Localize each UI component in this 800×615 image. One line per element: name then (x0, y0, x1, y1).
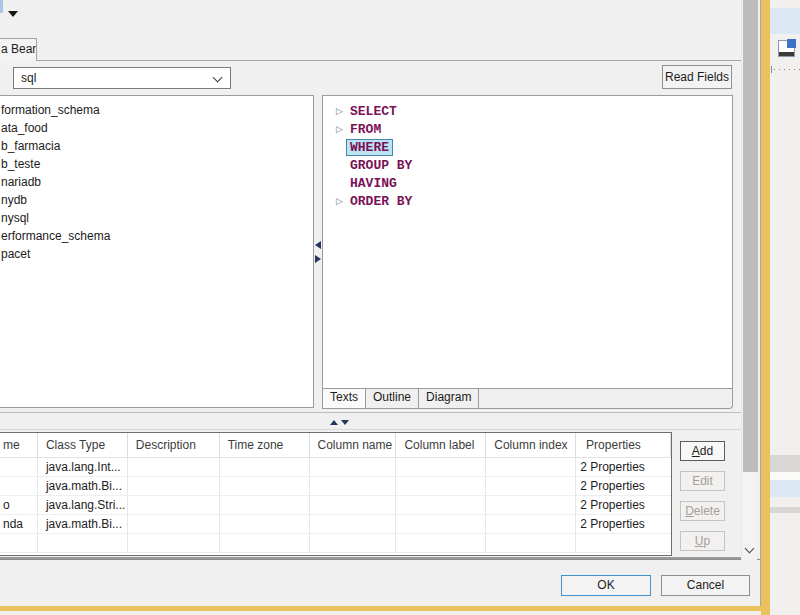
clipped-toolbar-icon (0, 0, 3, 13)
add-button[interactable]: Add (680, 441, 725, 461)
cancel-button[interactable]: Cancel (661, 575, 750, 596)
table-row[interactable]: nda java.math.Bi... 2 Properties (0, 515, 671, 534)
horizontal-sash-line (0, 429, 757, 430)
ok-button[interactable]: OK (561, 575, 651, 596)
tree-row-from[interactable]: FROM (323, 120, 732, 138)
background-app-strip (770, 0, 800, 615)
horizontal-sash-line (0, 412, 757, 413)
tree-row-order-by[interactable]: ORDER BY (323, 192, 732, 210)
expand-triangle-icon[interactable] (336, 124, 346, 134)
col-header-time-zone[interactable]: Time zone (220, 433, 310, 458)
col-header-column-label[interactable]: Column label (396, 433, 486, 458)
tree-label: HAVING (350, 176, 397, 191)
sash-up-icon[interactable] (330, 420, 338, 425)
sash-collapse-left-icon[interactable] (315, 241, 321, 249)
col-header-properties[interactable]: Properties (576, 433, 671, 458)
sash-expand-right-icon[interactable] (315, 255, 321, 263)
sql-panel-tabbar: Texts Outline Diagram (322, 389, 733, 409)
tree-row-group-by[interactable]: GROUP BY (323, 156, 732, 174)
background-app-icon (778, 40, 795, 57)
background-toolbar-band (770, 8, 800, 34)
chevron-down-icon[interactable] (213, 73, 223, 83)
up-button[interactable]: Up (680, 531, 725, 551)
tree-row-having[interactable]: HAVING (323, 174, 732, 192)
dialog-edge-right (761, 0, 770, 615)
scrollbar-down-icon[interactable] (745, 544, 755, 554)
tabstrip-divider (36, 60, 741, 61)
tab-data-bean[interactable]: a Bean (0, 38, 37, 61)
dialog-vertical-scrollbar[interactable] (741, 0, 757, 560)
ruler-tick (771, 66, 772, 73)
table-row[interactable]: o java.lang.Stri... 2 Properties (0, 496, 671, 515)
tab-diagram[interactable]: Diagram (419, 389, 479, 408)
schema-list-item[interactable]: nysql (1, 209, 313, 227)
schema-list: formation_schema ata_food b_farmacia b_t… (0, 96, 313, 263)
desktop-strip (0, 611, 761, 615)
ruler-dots (774, 69, 800, 70)
footer-divider (0, 559, 760, 560)
bean-editor-dialog: a Bean sql Read Fields formation_schema … (0, 0, 800, 615)
delete-button[interactable]: Delete (680, 501, 725, 521)
table-row[interactable]: java.lang.Int... 2 Properties (0, 458, 671, 477)
sql-clause-panel: SELECT FROM WHERE GROUP BY HAVING ORDER … (322, 95, 733, 389)
col-header-description[interactable]: Description (128, 433, 220, 458)
schema-list-item[interactable]: b_farmacia (1, 137, 313, 155)
table-header-row: me Class Type Description Time zone Colu… (0, 433, 671, 458)
background-band (770, 472, 800, 480)
tree-label: SELECT (350, 104, 397, 119)
background-band (770, 455, 800, 472)
expand-triangle-icon[interactable] (336, 196, 346, 206)
tree-label: ORDER BY (350, 194, 412, 209)
schema-list-panel: formation_schema ata_food b_farmacia b_t… (0, 95, 314, 408)
tree-label: GROUP BY (350, 158, 412, 173)
schema-list-item[interactable]: formation_schema (1, 101, 313, 119)
fields-table: me Class Type Description Time zone Colu… (0, 432, 672, 556)
read-fields-button[interactable]: Read Fields (662, 65, 732, 89)
sash-down-icon[interactable] (341, 420, 349, 425)
edit-button[interactable]: Edit (680, 471, 725, 491)
expand-triangle-icon[interactable] (336, 106, 346, 116)
col-header-column-index[interactable]: Column index (486, 433, 576, 458)
col-header-class-type[interactable]: Class Type (38, 433, 128, 458)
schema-list-item[interactable]: erformance_schema (1, 227, 313, 245)
col-header-name[interactable]: me (0, 433, 38, 458)
sql-clause-tree: SELECT FROM WHERE GROUP BY HAVING ORDER … (323, 96, 732, 210)
background-band (770, 507, 800, 513)
combo-value: sql (21, 68, 36, 88)
table-row[interactable]: java.math.Bi... 2 Properties (0, 477, 671, 496)
col-header-column-name[interactable]: Column name (310, 433, 397, 458)
query-type-combo[interactable]: sql (13, 67, 231, 89)
schema-list-item[interactable]: b_teste (1, 155, 313, 173)
tree-label: FROM (350, 122, 381, 137)
schema-list-item[interactable]: pacet (1, 245, 313, 263)
schema-list-item[interactable]: ata_food (1, 119, 313, 137)
table-empty-row (0, 534, 671, 553)
menu-dropdown-icon[interactable] (8, 11, 18, 17)
background-band (770, 480, 800, 497)
schema-list-item[interactable]: nydb (1, 191, 313, 209)
tree-row-where[interactable]: WHERE (323, 138, 732, 156)
schema-list-item[interactable]: nariadb (1, 173, 313, 191)
scrollbar-thumb[interactable] (743, 0, 758, 472)
tree-row-select[interactable]: SELECT (323, 102, 732, 120)
tab-outline[interactable]: Outline (366, 389, 419, 408)
tree-label-selected: WHERE (346, 139, 393, 156)
tab-texts[interactable]: Texts (323, 389, 366, 408)
